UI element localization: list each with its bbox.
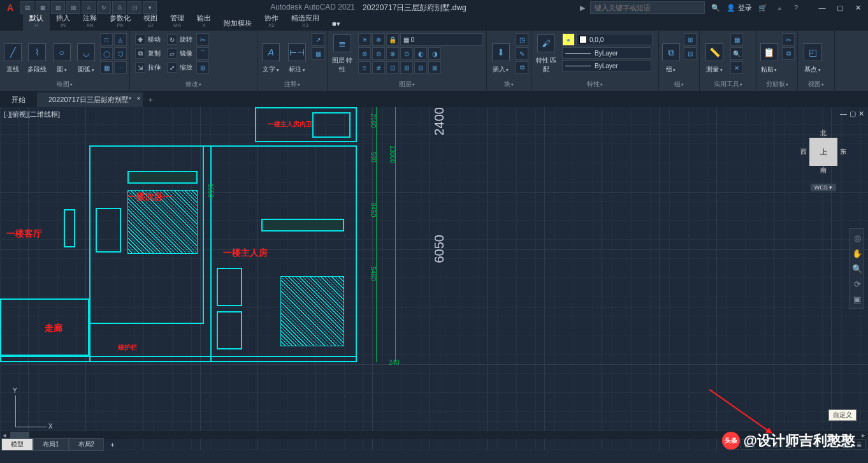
zoom-icon[interactable]: 🔍 bbox=[851, 262, 864, 275]
block-btn[interactable]: ⧉ bbox=[516, 61, 528, 74]
move-button[interactable]: ✥移动 bbox=[133, 33, 163, 46]
trim-button[interactable]: ✂ bbox=[196, 33, 209, 46]
panel-title[interactable]: 组 bbox=[660, 78, 698, 90]
paste-button[interactable]: 📋粘贴 bbox=[758, 32, 779, 77]
tab-addin[interactable]: 附加模块 bbox=[217, 16, 258, 31]
maximize-button[interactable]: ▢ bbox=[832, 1, 848, 14]
add-layout-button[interactable]: ＋ bbox=[104, 439, 121, 451]
login-button[interactable]: 👤 登录 bbox=[727, 3, 752, 13]
clip-btn[interactable]: ✂ bbox=[782, 33, 795, 46]
file-tab-start[interactable]: 开始 bbox=[0, 92, 37, 107]
group-btn[interactable]: ⊞ bbox=[684, 33, 697, 46]
panel-title[interactable]: 绘图 bbox=[1, 78, 128, 90]
orbit-icon[interactable]: ⟳ bbox=[851, 277, 864, 290]
draw-small[interactable]: □ bbox=[100, 33, 113, 46]
showmotion-icon[interactable]: ▣ bbox=[851, 293, 864, 305]
help-icon[interactable]: ? bbox=[790, 2, 802, 13]
layer-btn[interactable]: ⊞ bbox=[400, 61, 413, 74]
group-btn[interactable]: ⊟ bbox=[684, 47, 697, 60]
color-btn[interactable]: ● bbox=[562, 33, 575, 46]
array-button[interactable]: ⊞ bbox=[196, 61, 209, 74]
polyline-button[interactable]: ⌇多段线 bbox=[25, 32, 48, 77]
layer-btn[interactable]: ⊖ bbox=[372, 47, 385, 60]
draw-small[interactable]: ▦ bbox=[100, 61, 113, 74]
draw-small[interactable]: ⋯ bbox=[114, 61, 127, 74]
util-btn[interactable]: ▦ bbox=[730, 33, 743, 46]
wcs-badge[interactable]: WCS ▾ bbox=[811, 184, 837, 191]
measure-button[interactable]: 📏测量 bbox=[701, 32, 728, 77]
arc-button[interactable]: ◡圆弧 bbox=[75, 32, 98, 77]
canvas[interactable]: 一楼客厅 一楼次卧一 一楼主人房 一楼主人房内卫 走廊 矮护栏 2160 590… bbox=[0, 107, 868, 450]
layer-btn[interactable]: ⊙ bbox=[400, 47, 413, 60]
layer-btn[interactable]: ⊕ bbox=[358, 47, 371, 60]
tab-manage[interactable]: 管理MA bbox=[164, 11, 191, 31]
scale-button[interactable]: ⤢缩放 bbox=[164, 61, 195, 74]
text-button[interactable]: A文字 bbox=[259, 32, 284, 77]
copy-button[interactable]: ⧉复制 bbox=[133, 47, 163, 60]
block-btn[interactable]: ◳ bbox=[516, 33, 528, 46]
layer-btn[interactable]: ≢ bbox=[372, 61, 385, 74]
tab-annotate[interactable]: 注释AN bbox=[76, 11, 103, 31]
vp-close[interactable]: ✕ bbox=[858, 110, 864, 118]
layer-btn[interactable]: ⊠ bbox=[428, 61, 441, 74]
panel-title[interactable]: 修改 bbox=[131, 78, 256, 90]
fillet-button[interactable]: ⌒ bbox=[196, 47, 209, 60]
close-tab-icon[interactable]: × bbox=[136, 95, 140, 102]
util-btn[interactable]: 🔍 bbox=[730, 47, 743, 60]
file-tab-doc[interactable]: 20220717日三层彭府别墅*× bbox=[37, 92, 143, 107]
util-btn[interactable]: ✕ bbox=[730, 61, 743, 74]
tab-output[interactable]: 输出X bbox=[191, 11, 217, 31]
vp-max[interactable]: ▢ bbox=[850, 110, 856, 118]
layer-btn[interactable]: 🔒 bbox=[386, 33, 399, 46]
layer-btn[interactable]: ◐ bbox=[414, 47, 427, 60]
layer-btn[interactable]: ⊡ bbox=[386, 61, 399, 74]
minimize-button[interactable]: — bbox=[814, 1, 830, 14]
layer-btn[interactable]: ☀ bbox=[358, 33, 371, 46]
tab-more[interactable]: ■▾ bbox=[326, 17, 347, 31]
table-button[interactable]: ▦ bbox=[312, 47, 324, 60]
panel-title[interactable]: 注释 bbox=[259, 78, 326, 90]
viewcube[interactable]: 上 北 南 西 东 WCS ▾ bbox=[798, 126, 849, 196]
app-logo[interactable]: A bbox=[3, 0, 18, 15]
panel-title[interactable]: 块 bbox=[488, 78, 530, 90]
base-button[interactable]: ◰基点 bbox=[799, 32, 826, 77]
clip-btn[interactable]: ⧉ bbox=[782, 47, 795, 60]
mirror-button[interactable]: ▱镜像 bbox=[164, 47, 195, 60]
search-input[interactable] bbox=[590, 1, 705, 14]
viewcube-top[interactable]: 上 北 南 西 东 bbox=[809, 138, 837, 166]
block-btn[interactable]: ✎ bbox=[516, 47, 528, 60]
tab-insert[interactable]: 插入IN bbox=[50, 11, 76, 31]
panel-title[interactable]: 特性 bbox=[533, 78, 657, 90]
draw-small[interactable]: ◯ bbox=[100, 47, 113, 60]
vp-min[interactable]: — bbox=[840, 110, 847, 118]
dim-button[interactable]: ⊢⊣标注 bbox=[285, 32, 310, 77]
steering-wheel-icon[interactable]: ◎ bbox=[851, 231, 864, 244]
draw-small[interactable]: ◬ bbox=[114, 33, 127, 46]
scroll-thumb[interactable] bbox=[10, 432, 29, 438]
viewport-label[interactable]: [-][俯视][二维线框] bbox=[4, 110, 60, 119]
leader-button[interactable]: ↗ bbox=[312, 33, 324, 46]
lineweight-dropdown[interactable]: ByLayer bbox=[562, 47, 651, 59]
rotate-button[interactable]: ↻旋转 bbox=[164, 33, 195, 46]
close-button[interactable]: ✕ bbox=[850, 1, 865, 14]
tab-parametric[interactable]: 参数化PA bbox=[103, 11, 137, 31]
drawing-area[interactable]: [-][俯视][二维线框] — ▢ ✕ bbox=[0, 107, 868, 450]
stretch-button[interactable]: ⇲拉伸 bbox=[133, 61, 163, 74]
panel-title[interactable]: 图层 bbox=[329, 78, 485, 90]
layer-btn[interactable]: ❄ bbox=[372, 33, 385, 46]
layer-btn[interactable]: ≡ bbox=[358, 61, 371, 74]
add-tab-button[interactable]: ＋ bbox=[143, 95, 158, 105]
tab-featured[interactable]: 精选应用X3 bbox=[285, 11, 326, 31]
cart-icon[interactable]: 🛒 bbox=[757, 2, 769, 13]
tab-collab[interactable]: 协作X2 bbox=[258, 11, 285, 31]
layer-btn[interactable]: ◑ bbox=[428, 47, 441, 60]
layout1-tab[interactable]: 布局1 bbox=[33, 438, 69, 451]
matchprop-button[interactable]: 🖌特性 匹配 bbox=[533, 32, 560, 77]
draw-small[interactable]: ⬡ bbox=[114, 47, 127, 60]
layout2-tab[interactable]: 布局2 bbox=[69, 438, 105, 451]
panel-title[interactable]: 实用工具 bbox=[701, 78, 755, 90]
insert-button[interactable]: ⬇插入 bbox=[488, 32, 513, 77]
model-tab[interactable]: 模型 bbox=[1, 438, 33, 451]
layer-props-button[interactable]: ≣图层 特性 bbox=[329, 32, 356, 77]
tab-view[interactable]: 视图GI bbox=[137, 11, 164, 31]
